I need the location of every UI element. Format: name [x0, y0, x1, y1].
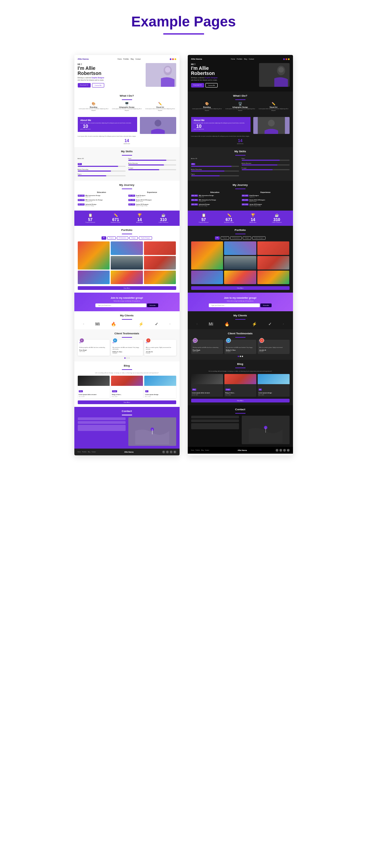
- blog-more-btn-dark[interactable]: View More: [191, 399, 290, 402]
- about-title-dark: About Me: [194, 119, 248, 121]
- clients-next-dark[interactable]: ›: [283, 322, 284, 326]
- hero-btn-download-light[interactable]: Download CV: [78, 83, 91, 87]
- skills-title-dark: My Skills: [191, 150, 290, 153]
- contact-form-light: [78, 417, 126, 446]
- filter-projects-light[interactable]: Projects: [107, 236, 116, 240]
- clients-grid-dark: ‹ Mi 🔥 ⚡ ✓ ›: [191, 322, 290, 327]
- newsletter-form-light: Subscribe: [81, 303, 173, 307]
- filter-projects-dark[interactable]: Projects: [221, 236, 229, 240]
- skills-title-light: My Skills: [78, 150, 176, 153]
- newsletter-input-light[interactable]: [95, 303, 146, 307]
- what-desc-infographic-dark: Lorem ipsum dolor sit amet consectetur a…: [224, 108, 256, 112]
- filter-designs-dark[interactable]: Designs: [243, 236, 251, 240]
- footer-social-fb-dark[interactable]: f: [276, 449, 278, 452]
- filter-all-dark[interactable]: All: [215, 236, 220, 240]
- filter-all-light[interactable]: All: [102, 236, 106, 240]
- footer-link-blog-dark[interactable]: Blog: [201, 450, 204, 451]
- journey-exp-company-1: Figma Co.: [136, 196, 146, 198]
- footer-social-li-dark[interactable]: in: [287, 449, 290, 452]
- contact-message-input-dark[interactable]: [191, 423, 239, 429]
- contact-message-input-light[interactable]: [78, 425, 126, 431]
- clients-title-light: My Clients: [78, 314, 176, 317]
- skill-bar-paint-dark: [242, 160, 290, 161]
- hero-btn-contact-light[interactable]: Contact Me: [92, 83, 104, 87]
- quote-icon-1-dark: ": [193, 341, 221, 346]
- blog-date-3: Mar 1, 2023: [145, 396, 175, 397]
- about-stat2-label-light: awards won: [78, 143, 176, 144]
- nav-dot-purple-dark: [283, 58, 285, 60]
- svg-point-10: [278, 67, 284, 73]
- newsletter-btn-dark[interactable]: Subscribe: [260, 303, 272, 307]
- newsletter-input-dark[interactable]: [209, 303, 260, 307]
- quote-icon-2: ": [113, 341, 141, 346]
- testimonial-2-dark: B " My experience with Allie was fantast…: [224, 340, 256, 354]
- journey-details-2-dark: MSc Interaction for Design Parsons U.S.: [199, 199, 216, 202]
- hero-btn-download-dark[interactable]: Download CV: [191, 83, 204, 87]
- blog-more-btn-light[interactable]: View More: [78, 400, 176, 404]
- portfolio-more-btn-dark[interactable]: View More: [191, 286, 290, 290]
- footer-link-contact-light[interactable]: Contact: [92, 451, 96, 453]
- client-fire-dark: 🔥: [224, 322, 230, 327]
- stat-illustrations-dark: ✏️ 671 Illustrations Drawn: [224, 213, 234, 223]
- skill-fill-photoshop: [78, 171, 111, 172]
- footer-link-home-dark[interactable]: Home: [191, 450, 194, 451]
- filter-designs-light[interactable]: Designs: [129, 236, 138, 240]
- clients-prev-light[interactable]: ‹: [83, 322, 84, 326]
- footer-link-portfolio-light[interactable]: Portfolio: [82, 451, 87, 453]
- client-check-light: ✓: [155, 322, 158, 327]
- dark-preview: Allie Hanna Home Portfolio Blog Contact …: [188, 55, 293, 455]
- newsletter-sub-light: Subscribe and get weekly tips & Inspirat…: [81, 300, 173, 302]
- blog-content-3: Art Lorem ipsum design Mar 1, 2023: [144, 386, 176, 398]
- filter-graphic-light[interactable]: Graphic Designer: [139, 236, 152, 240]
- journey-exp-year-1: 2021 - 2023: [128, 195, 135, 197]
- footer-social-tw-light[interactable]: t: [166, 451, 169, 453]
- footer-social-ig-light[interactable]: i: [170, 451, 172, 453]
- blog-card-1-light: Blog Lorem ipsum dolor sit amet Jan 12, …: [78, 376, 110, 398]
- footer-social-tw-dark[interactable]: t: [279, 449, 282, 452]
- skill-fill-protopie-dark: [242, 169, 273, 170]
- client-check-dark: ✓: [268, 322, 272, 327]
- contact-name-input-dark[interactable]: [191, 416, 239, 418]
- portfolio-item-3: [144, 241, 176, 255]
- skill-name-paint: Paint: [128, 158, 176, 159]
- footer-social-li-light[interactable]: in: [173, 451, 176, 453]
- portfolio-more-btn-light[interactable]: View More: [78, 286, 176, 290]
- journey-edu-item3-dark: 2010 - 2014 Industrial Design Moscow Col…: [191, 203, 239, 206]
- footer-link-blog-light[interactable]: Blog: [88, 451, 90, 453]
- newsletter-btn-light[interactable]: Subscribe: [147, 303, 159, 307]
- journey-exp-item1: 2021 - 2023 Head Designer Figma Co.: [128, 195, 176, 198]
- journey-edu-item2-dark: 2014 - 2018 MSc Interaction for Design P…: [191, 199, 239, 202]
- journey-exp-title-light: Experience: [128, 191, 176, 193]
- footer-link-home-light[interactable]: Home: [78, 451, 81, 453]
- skill-bar-paint: [128, 160, 176, 161]
- filter-ui-light[interactable]: UI Interactions: [117, 236, 129, 240]
- clients-next-light[interactable]: ›: [169, 322, 170, 326]
- blog-subtitle-dark: Life is exciting without change, no tryi…: [191, 370, 290, 372]
- footer-link-contact-dark[interactable]: Contact: [205, 450, 209, 451]
- contact-email-input-light[interactable]: [78, 421, 126, 424]
- hero-btn-contact-dark[interactable]: Contact Me: [205, 83, 218, 87]
- journey-education-dark: Education 2018 - 2021 MSc Interaction De…: [191, 191, 239, 208]
- filter-ui-dark[interactable]: UI Interactions: [230, 236, 242, 240]
- contact-email-input-dark[interactable]: [191, 419, 239, 422]
- testimonial-role-2: Designer: [113, 353, 141, 354]
- stat-illustrations-num: 671: [111, 218, 121, 222]
- visual-icon: ✏️: [144, 102, 176, 105]
- about-left-purple-light: About Me Lorem ipsum dolor sit amet cons…: [78, 117, 137, 132]
- footer-social-fb-light[interactable]: f: [162, 451, 165, 453]
- journey-details-1: MSc Interaction Design Eiffel U.K.: [86, 195, 100, 198]
- footer-social-ig-dark[interactable]: i: [283, 449, 286, 452]
- filter-graphic-dark[interactable]: Graphic Designer: [252, 236, 265, 240]
- about-me-light: About Me Lorem ipsum dolor sit amet cons…: [74, 114, 180, 147]
- contact-section-dark: Contact: [188, 405, 293, 447]
- skill-name-figma-dark: Figma: [191, 173, 239, 175]
- journey-year-1: 2018 - 2021: [78, 195, 85, 197]
- skill-fill-illustrator: [128, 164, 164, 165]
- footer-link-portfolio-dark[interactable]: Portfolio: [196, 450, 200, 451]
- testimonials-title-dark: Client Testimonials: [191, 332, 290, 335]
- projects-icon-dark: 📋: [199, 213, 208, 217]
- journey-section-light: My Journey Education 2018 - 2021 MSc Int…: [74, 181, 180, 211]
- contact-name-input-light[interactable]: [78, 417, 126, 420]
- what-item-visual: ✏️ Visual Art Lorem ipsum dolor sit amet…: [144, 102, 176, 112]
- clients-prev-dark[interactable]: ‹: [197, 322, 198, 326]
